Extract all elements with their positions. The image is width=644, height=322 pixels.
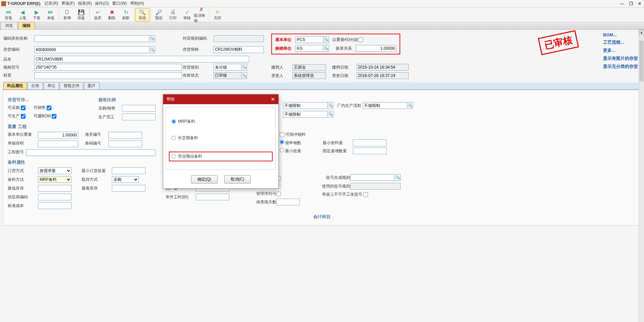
subtab-image[interactable]: 图片	[84, 82, 99, 89]
input-spec[interactable]	[34, 64, 182, 71]
input-fixed-inc[interactable]	[353, 148, 386, 154]
lookup-icon[interactable]: 🔍	[242, 73, 246, 77]
toolbar-审核[interactable]: ✓审核	[180, 8, 194, 22]
input-stock-code[interactable]	[34, 46, 155, 53]
checkbox-reverse[interactable]	[280, 132, 284, 137]
lookup-icon[interactable]: 🔍	[328, 103, 332, 107]
subtab-unit[interactable]: 单位	[44, 82, 59, 89]
input-code-class[interactable]	[34, 35, 155, 42]
lookup-icon[interactable]: 🔍	[328, 112, 332, 116]
input-prod-comp[interactable]	[122, 114, 155, 120]
checkbox-purchasable[interactable]	[21, 106, 26, 110]
scroll-thumb[interactable]	[640, 41, 643, 81]
menu-window[interactable]: 窗口(W)	[112, 1, 127, 6]
link-more[interactable]: 更多...	[603, 47, 638, 53]
input-stock-short[interactable]	[214, 46, 264, 53]
input-flow[interactable]	[363, 102, 413, 109]
vertical-scrollbar[interactable]: ▲	[639, 30, 644, 322]
checkbox-no-manual[interactable]	[363, 192, 368, 197]
toolbar-下笔[interactable]: ▶下笔	[30, 8, 44, 22]
input-limit2[interactable]	[283, 111, 333, 118]
input-customs[interactable]	[108, 132, 142, 138]
checkbox-sellable[interactable]	[47, 106, 51, 110]
menu-report[interactable]: 报表(R)	[78, 1, 92, 6]
radio-sales-forecast[interactable]	[172, 154, 176, 159]
input-unit-time[interactable]	[196, 194, 229, 200]
radio-min-batch[interactable]	[280, 148, 284, 152]
input-min-issue[interactable]	[353, 139, 386, 146]
tab-edit[interactable]: 编辑	[18, 22, 35, 29]
input-base-weight[interactable]	[38, 132, 78, 138]
dialog-close-button[interactable]: ✕	[271, 96, 275, 103]
menu-record[interactable]: 记录(R)	[44, 1, 58, 6]
lookup-icon[interactable]: 🔍	[408, 103, 412, 107]
toolbar-新增[interactable]: 🗋新增	[60, 8, 74, 22]
link-bom[interactable]: BOM...	[603, 32, 638, 37]
select-prep-method[interactable]: MRP备料	[38, 176, 72, 183]
select-acquire[interactable]: 采购	[112, 176, 139, 183]
input-material[interactable]	[34, 72, 182, 79]
subtab-attributes[interactable]: 料品属性	[3, 82, 27, 89]
toolbar-打印[interactable]: 🖨打印	[166, 8, 180, 22]
select-order-method[interactable]: 按需求量	[38, 167, 72, 174]
checkbox-mgmt-serial[interactable]	[276, 192, 281, 196]
scroll-up-arrow[interactable]: ▲	[639, 30, 644, 35]
dialog-cancel-button[interactable]: 取消(C)	[224, 175, 251, 184]
input-limit1[interactable]	[283, 102, 333, 109]
link-with-image[interactable]: 显示有图片的存货	[603, 55, 638, 62]
toolbar-删除[interactable]: ✖删除	[105, 8, 119, 22]
input-supplier[interactable]	[38, 194, 72, 200]
checkbox-weight-pay[interactable]	[358, 37, 363, 42]
tab-browse[interactable]: 浏览	[1, 22, 17, 29]
input-min-order[interactable]	[112, 167, 145, 174]
lookup-icon[interactable]: 🔍	[324, 46, 328, 50]
close-window-button[interactable]: ✕	[637, 1, 643, 6]
label-opt-sales-forecast: 营业预估备料	[178, 154, 202, 159]
input-purch-sale[interactable]	[122, 105, 155, 112]
radio-by-apply[interactable]	[280, 140, 284, 144]
input-ratio[interactable]	[356, 45, 396, 52]
toolbar-上笔[interactable]: ◀上笔	[15, 8, 30, 22]
checkbox-producible[interactable]	[21, 114, 26, 119]
lookup-icon[interactable]: 🔍	[150, 36, 154, 40]
input-box[interactable]	[38, 140, 78, 147]
input-name[interactable]	[34, 56, 249, 63]
menu-ui[interactable]: 界面(F)	[61, 1, 75, 6]
lookup-icon[interactable]: 🔍	[242, 65, 246, 69]
lookup-icon[interactable]: 🔍	[396, 175, 400, 179]
input-batch-rule[interactable]	[350, 174, 401, 181]
menu-help[interactable]: 帮助(H)	[130, 1, 144, 6]
minimize-button[interactable]: —	[619, 1, 625, 6]
dialog-ok-button[interactable]: 确定(Q)	[191, 175, 218, 184]
subtab-qualdocs[interactable]: 资格文件	[60, 82, 83, 89]
input-eng[interactable]	[26, 149, 155, 156]
toolbar-label: 放弃	[94, 15, 101, 21]
link-no-category[interactable]: 显示无分类的存货	[603, 64, 638, 70]
toolbar-首笔[interactable]: ⏮首笔	[1, 8, 15, 22]
toolbar-取消审核[interactable]: ✗取消审核	[194, 8, 208, 22]
toolbar-关闭[interactable]: ⎋关闭	[211, 8, 225, 22]
label-modify-date: 变更日期	[332, 73, 356, 79]
toolbar-预览[interactable]: 🔎预览	[152, 8, 166, 22]
input-shelf-days[interactable]	[276, 199, 300, 205]
radio-mrp[interactable]	[172, 119, 176, 124]
lookup-icon[interactable]: 🔍	[150, 47, 154, 51]
input-std-cost[interactable]	[38, 202, 72, 209]
menu-operate[interactable]: 操作(O)	[95, 1, 109, 6]
toolbar-存盘[interactable]: 💾存盘	[74, 8, 88, 22]
subtab-category[interactable]: 分类	[28, 82, 43, 89]
radio-longlead[interactable]	[172, 136, 176, 140]
打印-icon: 🖨	[170, 9, 176, 15]
input-max-stock[interactable]	[112, 185, 145, 192]
input-barcode[interactable]	[108, 140, 142, 147]
label-barcode: 条码编号	[85, 140, 108, 147]
toolbar-末笔[interactable]: ⏭末笔	[44, 8, 58, 22]
toolbar-刷新[interactable]: ↻刷新	[119, 8, 133, 22]
lookup-icon[interactable]: 🔍	[324, 37, 328, 41]
link-process[interactable]: 工艺流程...	[603, 39, 638, 45]
checkbox-bomable[interactable]	[52, 114, 56, 119]
toolbar-放弃[interactable]: ↩放弃	[91, 8, 105, 22]
maximize-button[interactable]: ❐	[628, 1, 634, 6]
input-min-stock[interactable]	[38, 185, 72, 192]
toolbar-筛选[interactable]: 🔍筛选	[135, 8, 149, 22]
